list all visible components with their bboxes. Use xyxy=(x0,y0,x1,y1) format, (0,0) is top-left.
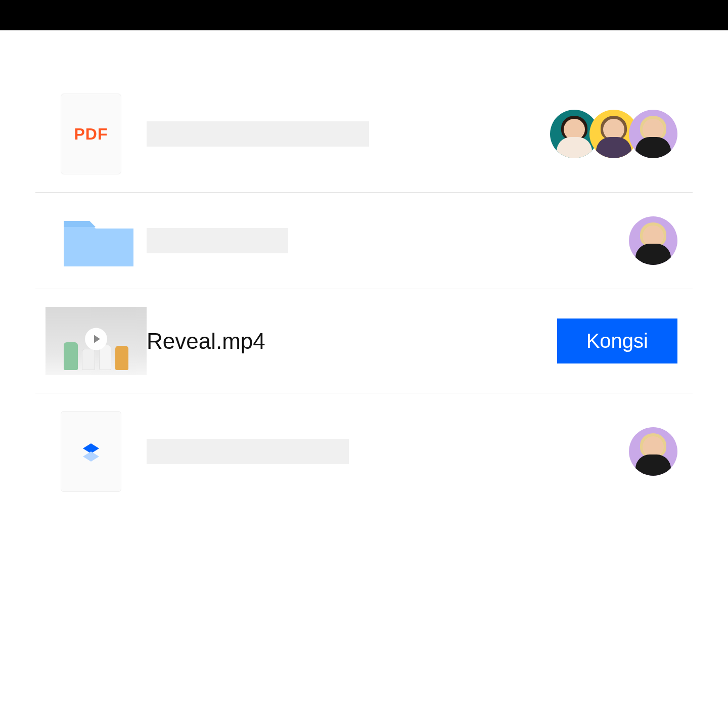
filename-placeholder xyxy=(147,121,369,147)
dropbox-file-icon xyxy=(61,411,121,492)
pdf-icon: PDF xyxy=(61,94,121,174)
share-button[interactable]: Kongsi xyxy=(557,318,677,363)
avatar-group xyxy=(629,216,677,265)
folder-icon xyxy=(61,210,136,271)
pdf-label: PDF xyxy=(74,125,108,144)
filename-placeholder xyxy=(147,228,288,253)
filename-placeholder xyxy=(147,439,349,464)
file-row-video[interactable]: Reveal.mp4 Kongsi xyxy=(35,289,693,393)
avatar[interactable] xyxy=(629,216,677,265)
file-row-pdf[interactable]: PDF xyxy=(35,76,693,193)
file-row-folder[interactable] xyxy=(35,193,693,289)
filename: Reveal.mp4 xyxy=(147,329,265,354)
play-icon xyxy=(85,328,107,350)
file-list: PDF xyxy=(0,30,728,510)
file-row-dropbox[interactable] xyxy=(35,393,693,510)
avatar[interactable] xyxy=(629,110,677,158)
avatar-group xyxy=(629,427,677,476)
avatar-group xyxy=(550,110,677,158)
top-bar xyxy=(0,0,728,30)
video-thumbnail xyxy=(46,307,147,375)
svg-marker-1 xyxy=(83,451,99,462)
avatar[interactable] xyxy=(629,427,677,476)
